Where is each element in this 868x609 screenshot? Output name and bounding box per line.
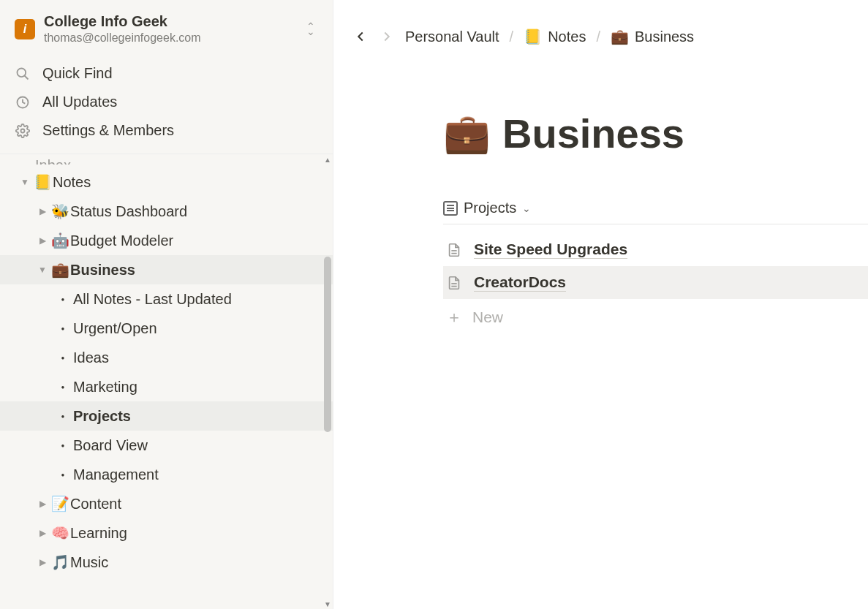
memo-icon: 📝 xyxy=(50,495,70,512)
workspace-logo-text: i xyxy=(23,23,26,36)
tree-label: Content xyxy=(70,496,327,512)
workspace-switcher[interactable]: i College Info Geek thomas@collegeinfoge… xyxy=(0,0,333,56)
notebook-icon: 📒 xyxy=(524,28,542,45)
page-icon xyxy=(446,275,462,291)
chevron-right-icon[interactable]: ▶ xyxy=(35,235,50,246)
db-new-row[interactable]: ＋ New xyxy=(443,299,868,336)
svg-point-0 xyxy=(18,68,26,77)
workspace-logo: i xyxy=(15,19,35,39)
tree-item-board-view[interactable]: ● Board View xyxy=(0,431,333,460)
bullet-icon: ● xyxy=(53,413,73,420)
tree-label: Management xyxy=(73,466,327,483)
db-new-label: New xyxy=(472,309,503,326)
svg-point-3 xyxy=(21,129,25,132)
tree-label: Urgent/Open xyxy=(73,320,327,337)
chevron-down-icon[interactable]: ▼ xyxy=(18,177,32,187)
brain-icon: 🧠 xyxy=(50,524,70,542)
chevron-right-icon[interactable]: ▶ xyxy=(35,557,50,567)
tree-item-projects[interactable]: ● Projects xyxy=(0,401,333,431)
sidebar-tree[interactable]: Inbox ▼ 📒 Notes ▶ 🐝 Status Dashboard ▶ 🤖… xyxy=(0,154,333,609)
page-icon xyxy=(446,242,462,258)
tree-label: Budget Modeler xyxy=(70,232,327,249)
tree-item-learning[interactable]: ▶ 🧠 Learning xyxy=(0,518,333,548)
all-updates-label: All Updates xyxy=(42,94,117,110)
expand-collapse-icon[interactable]: ⌃⌄ xyxy=(303,21,318,37)
workspace-email: thomas@collegeinfogeek.com xyxy=(44,31,295,45)
notebook-icon: 📒 xyxy=(32,173,53,191)
settings-members-button[interactable]: Settings & Members xyxy=(0,116,333,145)
scroll-down-arrow[interactable]: ▼ xyxy=(322,599,333,609)
bullet-icon: ● xyxy=(53,472,73,478)
sidebar: i College Info Geek thomas@collegeinfoge… xyxy=(0,0,333,609)
tree-label: Ideas xyxy=(73,349,327,366)
bullet-icon: ● xyxy=(53,325,73,332)
tree-item-music[interactable]: ▶ 🎵 Music xyxy=(0,548,333,577)
bullet-icon: ● xyxy=(53,442,73,449)
chevron-right-icon[interactable]: ▶ xyxy=(35,528,50,538)
briefcase-icon: 💼 xyxy=(611,28,629,45)
breadcrumb-notes[interactable]: 📒 Notes xyxy=(524,28,586,45)
clock-icon xyxy=(15,95,31,110)
breadcrumb-label: Business xyxy=(635,29,694,45)
tree-item-notes[interactable]: ▼ 📒 Notes xyxy=(0,167,333,197)
tree-label: Notes xyxy=(53,174,327,191)
db-row-creatordocs[interactable]: CreatorDocs xyxy=(443,266,868,299)
breadcrumb: Personal Vault / 📒 Notes / 💼 Business xyxy=(333,0,868,45)
scrollbar[interactable]: ▲ ▼ xyxy=(322,154,333,609)
tree-item-management[interactable]: ● Management xyxy=(0,460,333,489)
briefcase-icon: 💼 xyxy=(50,261,70,279)
view-tab-label: Projects xyxy=(464,200,516,216)
music-note-icon: 🎵 xyxy=(50,553,70,571)
database-view-tabs: Projects ⌄ xyxy=(443,200,868,224)
db-row-site-speed[interactable]: Site Speed Upgrades xyxy=(443,233,868,266)
all-updates-button[interactable]: All Updates xyxy=(0,88,333,116)
tree-item-urgent-open[interactable]: ● Urgent/Open xyxy=(0,314,333,343)
search-icon xyxy=(15,67,31,81)
breadcrumb-business[interactable]: 💼 Business xyxy=(611,28,694,45)
scroll-up-arrow[interactable]: ▲ xyxy=(322,154,333,164)
page-icon-briefcase[interactable]: 💼 xyxy=(443,111,491,156)
tree-item-business[interactable]: ▼ 💼 Business xyxy=(0,255,333,284)
tree-item-ideas[interactable]: ● Ideas xyxy=(0,343,333,372)
tree-item-status-dashboard[interactable]: ▶ 🐝 Status Dashboard xyxy=(0,197,333,226)
db-row-title: CreatorDocs xyxy=(474,273,566,292)
tree-label: Board View xyxy=(73,437,327,454)
bullet-icon: ● xyxy=(53,355,73,361)
tree-label: All Notes - Last Updated xyxy=(73,291,327,308)
chevron-down-icon[interactable]: ⌄ xyxy=(522,203,531,214)
nav-forward-button[interactable] xyxy=(379,29,395,45)
nav-back-button[interactable] xyxy=(352,29,369,45)
tree-item-all-notes[interactable]: ● All Notes - Last Updated xyxy=(0,284,333,314)
tree-label: Status Dashboard xyxy=(70,203,327,220)
tree-label: Music xyxy=(70,554,327,571)
database-list: Site Speed Upgrades CreatorDocs ＋ New xyxy=(443,233,868,336)
view-tab-projects[interactable]: Projects ⌄ xyxy=(443,200,531,216)
breadcrumb-separator: / xyxy=(510,29,514,45)
quick-find-button[interactable]: Quick Find xyxy=(0,59,333,88)
quick-find-label: Quick Find xyxy=(42,65,113,82)
breadcrumb-personal-vault[interactable]: Personal Vault xyxy=(405,29,499,45)
page-title-row: 💼 Business xyxy=(443,110,868,157)
main-content: Personal Vault / 📒 Notes / 💼 Business 💼 … xyxy=(333,0,868,609)
robot-icon: 🤖 xyxy=(50,232,70,249)
chevron-down-icon[interactable]: ▼ xyxy=(35,265,50,275)
tree-label: Learning xyxy=(70,525,327,542)
workspace-name: College Info Geek xyxy=(44,13,295,30)
workspace-text: College Info Geek thomas@collegeinfogeek… xyxy=(44,13,295,45)
page-title[interactable]: Business xyxy=(502,110,684,157)
scrollbar-thumb[interactable] xyxy=(324,257,331,432)
breadcrumb-label: Notes xyxy=(548,29,586,45)
tree-label: Business xyxy=(70,262,327,279)
tree-item-content[interactable]: ▶ 📝 Content xyxy=(0,489,333,518)
chevron-right-icon[interactable]: ▶ xyxy=(35,499,50,509)
tree-label: Marketing xyxy=(73,379,327,396)
plus-icon: ＋ xyxy=(446,306,461,328)
sidebar-top-nav: Quick Find All Updates Settings & Member… xyxy=(0,56,333,154)
tree-item-budget-modeler[interactable]: ▶ 🤖 Budget Modeler xyxy=(0,226,333,255)
chevron-right-icon[interactable]: ▶ xyxy=(35,206,50,216)
tree-item-inbox-clipped[interactable]: Inbox xyxy=(0,157,333,164)
tree-item-marketing[interactable]: ● Marketing xyxy=(0,372,333,401)
list-view-icon xyxy=(443,201,458,216)
gear-icon xyxy=(15,124,31,138)
breadcrumb-separator: / xyxy=(596,29,600,45)
